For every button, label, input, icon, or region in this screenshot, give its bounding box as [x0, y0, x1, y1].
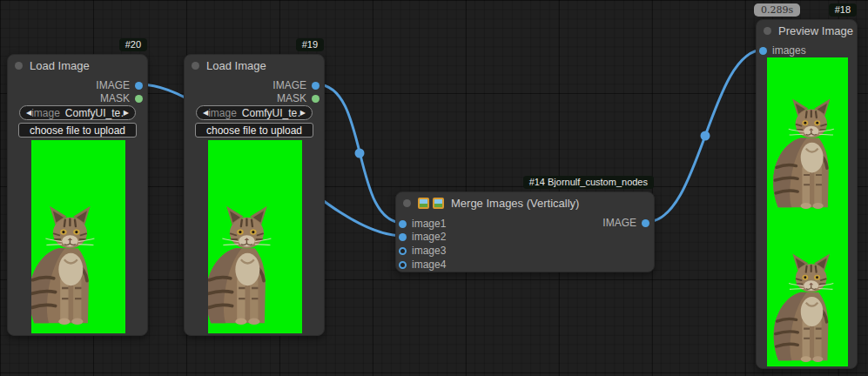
- node-merge-images-vertically[interactable]: #14 Bjornulf_custom_nodes Merge Images (…: [395, 191, 655, 272]
- cat-image: [770, 251, 838, 362]
- output-slot-mask[interactable]: MASK: [100, 92, 147, 104]
- input-label: image4: [412, 258, 446, 271]
- node-id-badge: #20: [119, 38, 147, 51]
- output-dot-mask-icon[interactable]: [135, 95, 143, 103]
- node-load-image-19[interactable]: #19 Load Image IMAGE MASK ◀ image ComfyU…: [184, 54, 325, 336]
- input-slot-image2[interactable]: image2: [396, 231, 446, 243]
- next-arrow-icon[interactable]: ▶: [124, 110, 129, 117]
- node-title-bar[interactable]: Merge Images (Vertically): [396, 192, 654, 214]
- picture-icon: [433, 198, 444, 209]
- node-title-label: Load Image: [206, 59, 266, 72]
- node-title-label: Preview Image: [778, 24, 853, 37]
- comfyui-canvas[interactable]: { "colors": { "link": "#559fdd", "slot_i…: [0, 0, 868, 376]
- link-midpoint-dot[interactable]: [701, 131, 710, 141]
- output-dot-image-icon[interactable]: [642, 219, 649, 227]
- node-preview-image-18[interactable]: 0.289s #18 Preview Image images: [756, 19, 858, 369]
- collapse-dot-icon[interactable]: [192, 62, 199, 70]
- output-dot-image-icon[interactable]: [135, 82, 143, 90]
- input-dot-images-icon[interactable]: [759, 47, 767, 55]
- output-slot-image[interactable]: IMAGE: [602, 217, 654, 229]
- output-slot-mask[interactable]: MASK: [277, 92, 324, 104]
- collapse-dot-icon[interactable]: [403, 199, 411, 207]
- input-label: images: [772, 44, 806, 57]
- choose-file-button[interactable]: choose file to upload: [18, 123, 137, 138]
- cat-image: [31, 192, 99, 325]
- output-slot-image[interactable]: IMAGE: [96, 79, 147, 91]
- output-slot-image[interactable]: IMAGE: [273, 79, 324, 91]
- node-title-bar[interactable]: Load Image: [185, 55, 324, 77]
- image-preview: [208, 140, 302, 333]
- collapse-dot-icon[interactable]: [15, 62, 23, 70]
- node-id-badge: #18: [829, 3, 857, 17]
- input-dot-image2-icon[interactable]: [399, 233, 407, 241]
- cat-image: [770, 94, 838, 209]
- combo-value: ComfyUI_te…: [65, 107, 124, 119]
- combo-label: image: [31, 107, 60, 119]
- node-title-bar[interactable]: Preview Image: [757, 20, 857, 42]
- output-label: MASK: [277, 92, 306, 104]
- execution-time-badge: 0.289s: [754, 3, 800, 17]
- output-label: IMAGE: [273, 79, 306, 91]
- merged-image-preview: [767, 57, 848, 366]
- node-id-badge: #14 Bjornulf_custom_nodes: [523, 176, 654, 189]
- node-title-label: Load Image: [30, 59, 90, 72]
- combo-value: ComfyUI_te…: [242, 107, 300, 119]
- output-dot-image-icon[interactable]: [312, 82, 320, 90]
- choose-file-button[interactable]: choose file to upload: [195, 123, 313, 138]
- node-title-bar[interactable]: Load Image: [8, 55, 147, 77]
- output-dot-mask-icon[interactable]: [312, 95, 320, 103]
- cat-image: [208, 192, 276, 325]
- image-combo-widget[interactable]: ◀ image ComfyUI_te… ▶: [196, 105, 313, 120]
- link-midpoint-dot[interactable]: [355, 149, 365, 158]
- node-id-badge: #19: [296, 38, 324, 51]
- input-dot-image1-icon[interactable]: [399, 220, 407, 228]
- image-preview: [31, 140, 125, 333]
- input-label: image2: [412, 231, 446, 243]
- input-label: image1: [412, 218, 446, 230]
- image-combo-widget[interactable]: ◀ image ComfyUI_te… ▶: [19, 105, 136, 120]
- input-label: image3: [412, 245, 446, 257]
- node-load-image-20[interactable]: #20 Load Image IMAGE MASK ◀ image ComfyU…: [7, 54, 148, 336]
- output-label: MASK: [100, 92, 130, 104]
- collapse-dot-icon[interactable]: [764, 27, 771, 35]
- output-label: IMAGE: [602, 217, 636, 229]
- input-dot-image3-icon[interactable]: [399, 247, 407, 255]
- next-arrow-icon[interactable]: ▶: [300, 110, 306, 117]
- input-slot-image1[interactable]: image1: [396, 218, 446, 230]
- input-slot-images[interactable]: images: [757, 44, 806, 57]
- input-dot-image4-icon[interactable]: [399, 261, 407, 269]
- input-slot-image4[interactable]: image4: [396, 258, 446, 271]
- input-slot-image3[interactable]: image3: [396, 245, 446, 257]
- combo-label: image: [208, 107, 237, 119]
- output-label: IMAGE: [96, 79, 130, 91]
- node-title-label: Merge Images (Vertically): [451, 197, 579, 210]
- picture-icon: [418, 198, 429, 209]
